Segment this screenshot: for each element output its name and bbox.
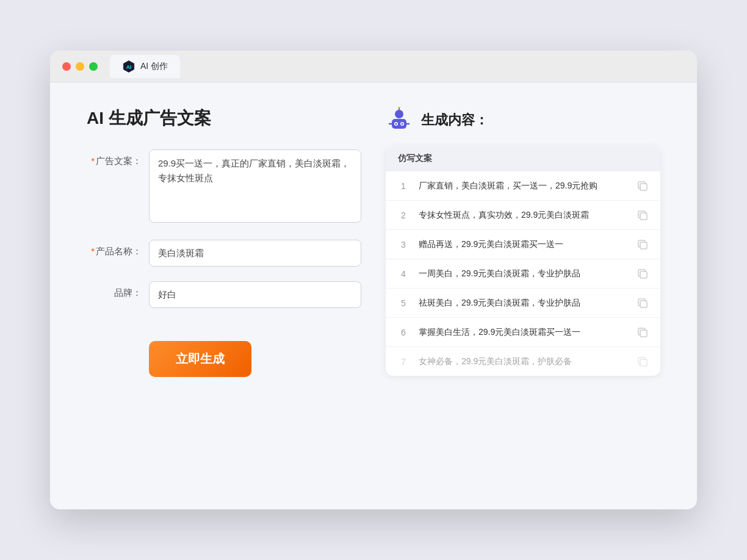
robot-icon [386,107,413,134]
input-wrap-brand [149,281,361,308]
tab-ai[interactable]: AI AI 创作 [110,55,180,78]
minimize-button[interactable] [76,62,84,71]
generate-button[interactable]: 立即生成 [149,341,251,377]
result-item: 5 祛斑美白，29.9元美白淡斑霜，专业护肤品 [386,289,660,318]
svg-rect-14 [640,242,647,249]
result-text: 厂家直销，美白淡斑霜，买一送一，29.9元抢购 [419,179,627,192]
copy-icon[interactable] [637,268,648,279]
svg-point-7 [402,123,403,125]
label-brand: 品牌： [87,281,142,299]
input-wrap-product-name [149,240,361,267]
result-number: 7 [398,357,409,367]
result-column-header: 仿写文案 [386,146,660,171]
result-text: 女神必备，29.9元美白淡斑霜，护肤必备 [419,355,627,368]
result-item: 1 厂家直销，美白淡斑霜，买一送一，29.9元抢购 [386,171,660,201]
result-text: 祛斑美白，29.9元美白淡斑霜，专业护肤品 [419,296,627,309]
required-star-product: * [91,246,95,256]
copy-icon[interactable] [637,210,648,221]
svg-rect-16 [640,301,647,307]
result-item: 3 赠品再送，29.9元美白淡斑霜买一送一 [386,230,660,259]
copy-icon[interactable] [637,298,648,309]
copy-icon[interactable] [637,181,648,192]
copy-icon[interactable] [637,327,648,338]
result-title: 生成内容： [421,111,488,129]
page-title: AI 生成广告文案 [87,107,361,130]
result-number: 1 [398,181,409,191]
product-name-input[interactable] [149,240,361,267]
ai-logo-icon: AI [122,60,135,73]
close-button[interactable] [62,62,71,71]
svg-rect-15 [640,271,647,278]
svg-rect-17 [640,330,647,337]
browser-window: AI AI 创作 AI 生成广告文案 *广告文案： *产品名称： [50,51,697,509]
result-list: 1 厂家直销，美白淡斑霜，买一送一，29.9元抢购 2 专抹女性斑点，真实功效，… [386,171,660,376]
tab-title: AI 创作 [140,61,168,72]
result-text: 一周美白，29.9元美白淡斑霜，专业护肤品 [419,267,627,280]
result-item: 7 女神必备，29.9元美白淡斑霜，护肤必备 [386,347,660,376]
svg-text:AI: AI [126,63,132,70]
result-number: 6 [398,328,409,337]
traffic-lights [62,62,98,71]
svg-rect-18 [640,359,647,366]
result-item: 4 一周美白，29.9元美白淡斑霜，专业护肤品 [386,259,660,289]
ad-copy-textarea[interactable] [149,149,361,223]
required-star-ad-copy: * [91,156,95,166]
result-number: 4 [398,269,409,279]
copy-icon[interactable] [637,239,648,250]
svg-rect-13 [640,213,647,220]
result-text: 专抹女性斑点，真实功效，29.9元美白淡斑霜 [419,209,627,221]
input-wrap-ad-copy [149,149,361,225]
left-panel: AI 生成广告文案 *广告文案： *产品名称： [87,107,361,485]
svg-rect-3 [392,119,406,129]
result-header: 生成内容： [386,107,660,134]
svg-rect-12 [640,184,647,190]
form-group-product-name: *产品名称： [87,240,361,267]
titlebar: AI AI 创作 [50,51,697,82]
brand-input[interactable] [149,281,361,308]
maximize-button[interactable] [89,62,98,71]
result-text: 掌握美白生活，29.9元美白淡斑霜买一送一 [419,326,627,339]
result-number: 2 [398,210,409,220]
svg-point-6 [395,123,397,125]
form-group-brand: 品牌： [87,281,361,308]
form-group-ad-copy: *广告文案： [87,149,361,225]
result-number: 5 [398,298,409,308]
result-text: 赠品再送，29.9元美白淡斑霜买一送一 [419,238,627,251]
result-item: 6 掌握美白生活，29.9元美白淡斑霜买一送一 [386,318,660,347]
svg-point-9 [399,107,400,109]
label-product-name: *产品名称： [87,240,142,257]
label-ad-copy: *广告文案： [87,149,142,167]
result-number: 3 [398,240,409,249]
result-item: 2 专抹女性斑点，真实功效，29.9元美白淡斑霜 [386,201,660,230]
result-box: 仿写文案 1 厂家直销，美白淡斑霜，买一送一，29.9元抢购 2 专抹女性斑点，… [386,146,660,376]
copy-icon[interactable] [637,356,648,367]
main-content: AI 生成广告文案 *广告文案： *产品名称： [50,82,697,509]
svg-point-2 [395,110,403,118]
right-panel: 生成内容： 仿写文案 1 厂家直销，美白淡斑霜，买一送一，29.9元抢购 2 专… [386,107,660,485]
